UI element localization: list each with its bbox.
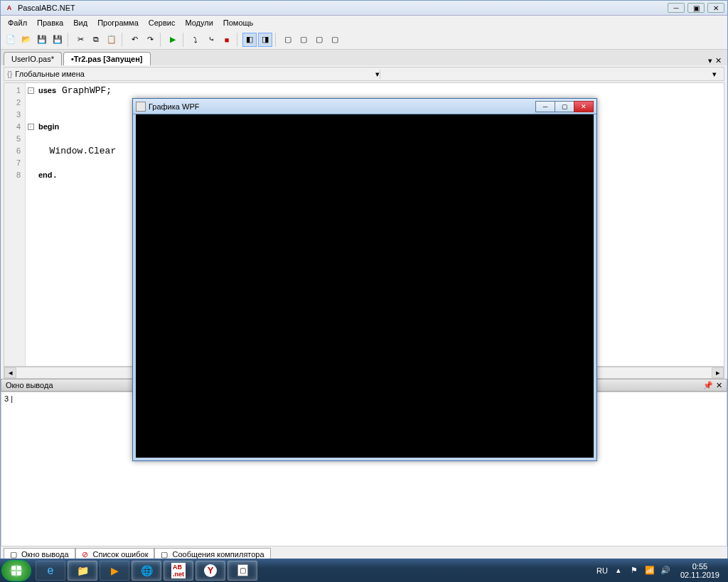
maximize-button[interactable]: ▣ <box>687 3 705 13</box>
tray-date: 02.11.2019 <box>680 571 719 579</box>
graphics-window: Графика WPF ─ ▢ ✕ <box>132 98 597 461</box>
tabs-close-icon[interactable]: ✕ <box>715 56 722 65</box>
stop-icon[interactable]: ■ <box>220 33 234 47</box>
scroll-right-icon[interactable]: ▸ <box>712 367 724 378</box>
menu-file[interactable]: Файл <box>4 17 31 28</box>
menu-service[interactable]: Сервис <box>144 17 180 28</box>
toggle2-icon[interactable]: ◨ <box>258 33 272 47</box>
svg-rect-2 <box>17 566 21 570</box>
tray-flag-icon[interactable]: ▴ <box>614 566 623 576</box>
tray-volume-icon[interactable]: 🔊 <box>660 566 670 576</box>
namespace-label[interactable]: Глобальные имена <box>15 70 375 78</box>
new-file-icon[interactable]: 📄 <box>4 33 18 47</box>
taskbar: e 📁 ▶ 🌐 AB.net Y ▢ RU ▴ ⚑ 📶 🔊 0:55 02.11… <box>0 559 728 582</box>
graphics-minimize-button[interactable]: ─ <box>535 101 555 112</box>
misc2-icon[interactable]: ▢ <box>296 33 311 47</box>
output-icon: ▢ <box>10 550 18 559</box>
svg-rect-4 <box>17 571 21 575</box>
tray-network-icon[interactable]: 📶 <box>645 566 655 576</box>
output-text: 3 | <box>4 394 13 403</box>
menu-bar: Файл Правка Вид Программа Сервис Модули … <box>1 16 727 30</box>
misc1-icon[interactable]: ▢ <box>281 33 295 47</box>
line-gutter: 1 2 3 4 5 6 7 8 <box>4 83 26 366</box>
taskbar-explorer-icon[interactable]: 📁 <box>68 561 97 581</box>
step-over-icon[interactable]: ⤵ <box>188 33 203 47</box>
ns-icon: {} <box>7 70 12 78</box>
editor-tabs: UserIO.pas* •Tr2.pas [Запущен] ▾ ✕ <box>1 50 727 65</box>
svg-rect-3 <box>11 571 16 575</box>
graphics-maximize-button[interactable]: ▢ <box>555 101 574 112</box>
misc4-icon[interactable]: ▢ <box>328 33 342 47</box>
tab-userio[interactable]: UserIO.pas* <box>4 52 62 65</box>
app-title: PascalABC.NET <box>18 4 668 12</box>
undo-icon[interactable]: ↶ <box>127 33 141 47</box>
ide-titlebar: A PascalABC.NET ─ ▣ ✕ <box>1 1 727 16</box>
misc3-icon[interactable]: ▢ <box>312 33 326 47</box>
tray-time: 0:55 <box>680 562 719 571</box>
graphics-close-button[interactable]: ✕ <box>574 101 594 112</box>
errors-icon: ⊘ <box>82 550 90 559</box>
taskbar-wmp-icon[interactable]: ▶ <box>100 561 129 581</box>
window-buttons: ─ ▣ ✕ <box>668 3 724 13</box>
taskbar-graphics-icon[interactable]: ▢ <box>228 561 257 581</box>
output-close-icon[interactable]: ✕ <box>716 381 722 390</box>
tab-tr2[interactable]: •Tr2.pas [Запущен] <box>63 52 151 65</box>
toggle1-icon[interactable]: ◧ <box>242 33 257 47</box>
scroll-left-icon[interactable]: ◂ <box>4 367 16 378</box>
app-icon: A <box>4 2 15 14</box>
taskbar-chrome-icon[interactable]: 🌐 <box>132 561 161 581</box>
menu-edit[interactable]: Правка <box>33 17 68 28</box>
minimize-button[interactable]: ─ <box>668 3 685 13</box>
menu-program[interactable]: Программа <box>93 17 143 28</box>
toolbar: 📄 📂 💾 💾 ✂ ⧉ 📋 ↶ ↷ ▶ ⤵ ⤷ ■ ◧ ◨ ▢ ▢ ▢ ▢ <box>1 30 727 50</box>
pin-icon[interactable]: 📌 <box>703 381 713 390</box>
windows-logo-icon <box>9 564 23 578</box>
save-icon[interactable]: 💾 <box>35 33 49 47</box>
close-button[interactable]: ✕ <box>707 3 724 13</box>
paste-icon[interactable]: 📋 <box>105 33 119 47</box>
redo-icon[interactable]: ↷ <box>143 33 157 47</box>
fold-marker-icon[interactable]: - <box>28 87 34 94</box>
graphics-titlebar[interactable]: Графика WPF ─ ▢ ✕ <box>133 99 596 114</box>
save-all-icon[interactable]: 💾 <box>50 33 65 47</box>
system-tray: RU ▴ ⚑ 📶 🔊 0:55 02.11.2019 <box>594 562 727 579</box>
compiler-icon: ▢ <box>161 550 169 559</box>
taskbar-yandex-icon[interactable]: Y <box>196 561 225 581</box>
tray-clock[interactable]: 0:55 02.11.2019 <box>676 562 724 579</box>
taskbar-pascalabc-icon[interactable]: AB.net <box>164 561 193 581</box>
tabs-dropdown-icon[interactable]: ▾ <box>708 56 712 65</box>
taskbar-ie-icon[interactable]: e <box>36 561 65 581</box>
svg-rect-1 <box>11 566 16 570</box>
run-icon[interactable]: ▶ <box>166 33 180 47</box>
copy-icon[interactable]: ⧉ <box>89 33 103 47</box>
fold-marker-icon[interactable]: - <box>28 124 34 130</box>
graphics-app-icon <box>136 102 146 112</box>
start-button[interactable] <box>1 560 31 581</box>
menu-modules[interactable]: Модули <box>181 17 217 28</box>
tray-action-icon[interactable]: ⚑ <box>629 566 639 576</box>
graphics-canvas[interactable] <box>136 114 594 458</box>
namespace-bar: {} Глобальные имена ▾ ▾ <box>4 67 724 81</box>
step-into-icon[interactable]: ⤷ <box>204 33 218 47</box>
cut-icon[interactable]: ✂ <box>73 33 87 47</box>
open-file-icon[interactable]: 📂 <box>19 33 33 47</box>
menu-help[interactable]: Помощь <box>219 17 258 28</box>
namespace-right-dropdown-icon[interactable]: ▾ <box>712 70 717 79</box>
graphics-title: Графика WPF <box>149 102 536 111</box>
fold-column: - - <box>26 83 36 366</box>
tray-lang[interactable]: RU <box>596 566 608 575</box>
output-title: Окно вывода <box>6 381 53 389</box>
menu-view[interactable]: Вид <box>69 17 92 28</box>
